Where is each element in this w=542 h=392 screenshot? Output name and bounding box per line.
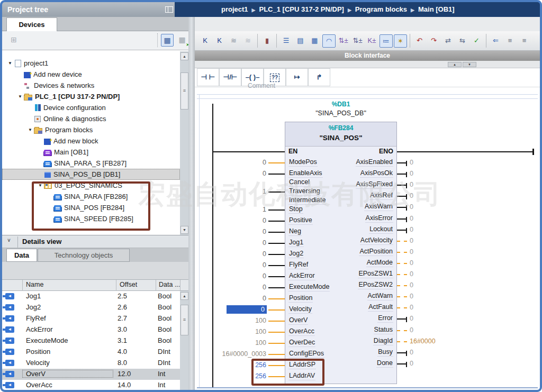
table-row-jog1[interactable]: ◄Jog12.5Bool (2, 291, 180, 302)
table-row-velocity[interactable]: ◄Velocity8.0DInt (2, 358, 180, 369)
tab-data[interactable]: Data (6, 249, 37, 262)
tree-item-label: Main [OB1] (51, 147, 88, 158)
expand-networks-icon[interactable]: ☰ (279, 34, 293, 48)
upload-icon[interactable]: ⇄ (441, 34, 455, 48)
input-parameter-icon: ◄ (5, 382, 14, 388)
block-interface-bar[interactable]: Block interface (195, 51, 540, 61)
splitter-up-icon[interactable]: ▲ (448, 62, 462, 67)
split-panes-icon[interactable] (165, 6, 173, 13)
expand-arrow-icon[interactable]: ▼ (37, 180, 44, 191)
consistency-check-icon[interactable]: ✓ (470, 34, 483, 48)
keep-assignment-icon[interactable]: ▮ (260, 34, 274, 48)
table-row-jog2[interactable]: ◄Jog22.6Bool (2, 302, 180, 313)
column-name[interactable]: Name (26, 281, 43, 288)
datatype-icon[interactable]: K± (365, 34, 378, 48)
undo-icon[interactable]: ↶ (413, 34, 426, 48)
details-view-header[interactable]: ˅ Details view (2, 235, 188, 248)
redo-icon[interactable]: ↷ (427, 34, 440, 48)
tree-scrollbar[interactable]: ▲ ≡ ▼ (180, 51, 189, 235)
cell-datatype: Bool (158, 336, 171, 344)
networks-icon (24, 83, 31, 89)
delete-row-icon[interactable]: ≋ (241, 34, 255, 48)
details-scrollbar[interactable]: ▲ ≡ (180, 291, 189, 390)
expand-arrow-icon[interactable]: ▼ (16, 91, 24, 102)
cell-offset: 4.0 (118, 348, 127, 355)
cell-offset: 2.5 (118, 292, 127, 300)
tree-item-devices-networks[interactable]: Devices & networks (2, 80, 180, 91)
scroll-up-icon[interactable]: ▲ (180, 52, 188, 60)
tree-item-sina-pos-fb284[interactable]: SINA_POS [FB284] (2, 202, 180, 213)
delete-network-icon[interactable]: K (213, 34, 226, 48)
tree-item-sina-speed-fb285[interactable]: SINA_SPEED [FB285] (2, 213, 180, 224)
empty-box-button[interactable]: ?? (264, 68, 286, 86)
jump-label-icon[interactable]: ≡ (518, 34, 531, 48)
tree-item-sina-para-fb286[interactable]: SINA_PARA [FB286] (2, 191, 180, 202)
tree-item-online-diagnostics[interactable]: Online & diagnostics (2, 113, 180, 124)
cell-offset: 8.0 (118, 359, 127, 367)
download-icon[interactable]: ⇆ (456, 34, 469, 48)
insert-network-icon[interactable]: K (198, 34, 212, 48)
expand-arrow-icon[interactable]: ▼ (6, 58, 14, 69)
fb-icon (54, 194, 61, 200)
filter-tree-icon[interactable]: ⊞ (7, 34, 20, 47)
column-datatype[interactable]: Data ... (159, 281, 180, 288)
details-table-header: Name Offset Data ... (2, 279, 188, 291)
table-row-flyref[interactable]: ◄FlyRef2.7Bool (2, 313, 180, 324)
fb-icon (54, 216, 61, 222)
column-offset[interactable]: Offset (120, 281, 137, 288)
favorites-icon[interactable]: ✶ (394, 34, 407, 48)
coil-button[interactable]: –( )– (241, 68, 264, 86)
breadcrumb-item-program-blocks[interactable]: Program blocks (355, 5, 407, 13)
add-icon (44, 139, 51, 145)
network-comments-icon[interactable]: ◠ (322, 34, 336, 48)
tree-item-program-blocks[interactable]: ▼Program blocks (2, 124, 180, 135)
tree-item-device-configuration[interactable]: Device configuration (2, 102, 180, 113)
lad-editor-canvas[interactable] (195, 87, 540, 390)
ob-icon (44, 150, 51, 156)
table-view-toggle-icon[interactable]: ▦ (161, 34, 174, 47)
no-contact-button[interactable]: ⊣ ⊢ (197, 68, 219, 86)
scroll-down-icon[interactable]: ▼ (180, 226, 188, 234)
splitter-down-icon[interactable]: ▼ (463, 62, 476, 67)
tree-item-project1[interactable]: ▼project1 (2, 58, 180, 69)
tree-item-add-new-block[interactable]: Add new block (2, 135, 180, 147)
table-row-overv[interactable]: ◄OverV12.0Int (2, 369, 180, 380)
fb-parameters-icon[interactable]: ⇅± (337, 34, 350, 48)
open-branch-button[interactable]: ↦ (286, 68, 308, 86)
table-row-ackerror[interactable]: ◄AckError3.0Bool (2, 324, 180, 335)
breadcrumb-item-plc-1-cpu-317-2-pn-dp[interactable]: PLC_1 [CPU 317-2 PN/DP] (259, 5, 344, 13)
multi-instance-icon[interactable]: ⇅± (351, 34, 364, 48)
breadcrumb-item-project1[interactable]: project1 (221, 5, 248, 13)
tab-technology-objects[interactable]: Technology objects (38, 249, 130, 262)
operand-display-icon[interactable]: ≔ (380, 34, 393, 48)
chevron-down-icon[interactable]: ˅ (7, 238, 11, 243)
tree-item-sina-para-s-fb287[interactable]: SINA_PARA_S [FB287] (2, 158, 180, 169)
scroll-up-icon[interactable]: ▲ (180, 292, 188, 300)
breadcrumb-item-main-ob1[interactable]: Main [OB1] (418, 5, 455, 13)
insert-row-icon[interactable]: ≋ (227, 34, 240, 48)
table-row-overacc[interactable]: ◄OverAcc14.0Int (2, 380, 180, 390)
tree-item-add-new-device[interactable]: Add new device (2, 69, 180, 80)
nc-contact-button[interactable]: ⊣/⊢ (219, 68, 241, 86)
cell-name: OverV (22, 370, 113, 378)
tree-item-sina-pos-db-db1[interactable]: SINA_POS_DB [DB1] (2, 169, 180, 180)
table-row-executemode[interactable]: ◄ExecuteMode3.1Bool (2, 335, 180, 347)
tree-item-plc-1-cpu-317-2-pn-dp[interactable]: ▼PLC_1 [CPU 317-2 PN/DP] (2, 91, 180, 102)
go-to-previous-icon[interactable]: ⇐ (489, 34, 502, 48)
table-row-position[interactable]: ◄Position4.0DInt (2, 347, 180, 358)
collapse-networks-icon[interactable]: ▤ (294, 34, 307, 48)
close-branch-button[interactable]: ↱ (308, 68, 330, 86)
close-networks-icon[interactable]: ▦ (308, 34, 321, 48)
expand-arrow-icon[interactable]: ▼ (26, 124, 34, 135)
tree-item-03-epos-sinamics[interactable]: ▼03_EPOS_SINAMICS (2, 180, 180, 191)
cell-datatype: Int (158, 370, 165, 378)
panel-divider[interactable] (188, 17, 195, 392)
tab-devices[interactable]: Devices (6, 17, 57, 31)
open-in-editor-icon[interactable]: ▦ (176, 34, 188, 47)
breadcrumb[interactable]: project1▶PLC_1 [CPU 317-2 PN/DP]▶Program… (221, 2, 455, 17)
setpoints-icon[interactable]: ≡ (503, 34, 517, 48)
tree-item-main-ob1[interactable]: Main [OB1] (2, 147, 180, 158)
cell-datatype: DInt (158, 359, 170, 367)
scroll-thumb[interactable]: ≡ (180, 72, 188, 110)
scroll-thumb[interactable]: ≡ (180, 305, 188, 335)
